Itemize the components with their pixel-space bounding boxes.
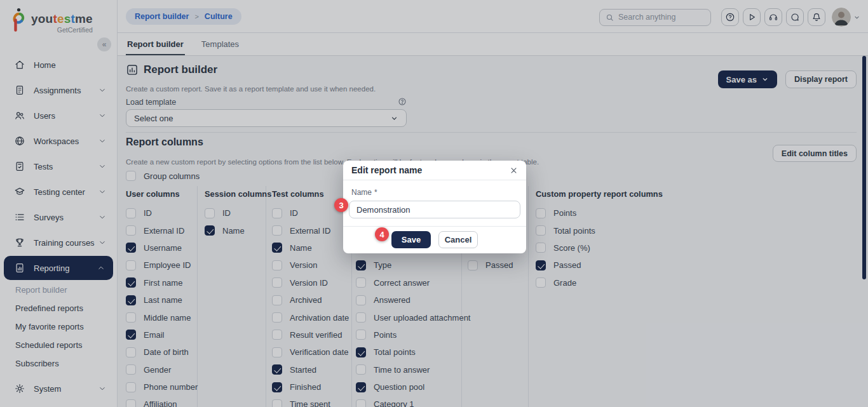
name-field-label: Name xyxy=(351,188,372,197)
save-button[interactable]: Save xyxy=(391,231,431,248)
close-icon[interactable] xyxy=(510,166,518,175)
report-name-input[interactable] xyxy=(349,201,520,218)
annotation-badge-3: 3 xyxy=(334,198,348,212)
cancel-button[interactable]: Cancel xyxy=(438,231,478,248)
dialog-title: Edit report name xyxy=(351,165,422,175)
annotation-badge-4: 4 xyxy=(375,227,389,241)
required-asterisk: * xyxy=(374,188,377,197)
edit-report-name-dialog: Edit report name Name * Save Cancel 3 4 xyxy=(343,161,526,253)
